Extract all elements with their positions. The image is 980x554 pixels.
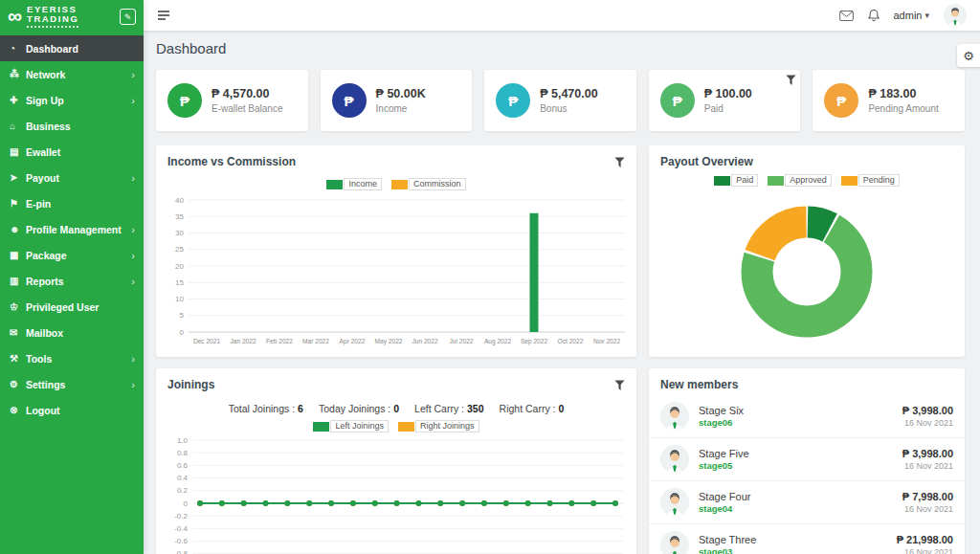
svg-text:Sep 2022: Sep 2022 bbox=[521, 338, 548, 345]
menu-icon[interactable] bbox=[157, 10, 170, 21]
sidebar-item-dashboard[interactable]: ◔Dashboard bbox=[0, 35, 144, 61]
member-username-link[interactable]: stage04 bbox=[699, 503, 750, 515]
privileged-user-icon: ♔ bbox=[10, 301, 26, 312]
legend-item-right-joinings[interactable]: Right Joinings bbox=[398, 420, 479, 432]
admin-menu[interactable]: admin ▾ bbox=[894, 10, 930, 21]
joinings-stat-right-carry: Right Carry :0 bbox=[500, 403, 565, 414]
chevron-right-icon: › bbox=[131, 95, 135, 106]
user-avatar[interactable] bbox=[944, 4, 967, 27]
reports-icon: ▥ bbox=[10, 276, 26, 286]
legend-item-pending[interactable]: Pending bbox=[841, 174, 900, 187]
sidebar-item-tools[interactable]: ⚒Tools› bbox=[0, 345, 144, 371]
stat-card-pending-amount: ₱₱ 183.00Pending Amount bbox=[813, 70, 965, 131]
svg-text:1.0: 1.0 bbox=[177, 436, 189, 445]
svg-text:0: 0 bbox=[184, 499, 189, 508]
member-info: Stage Sixstage06 bbox=[699, 404, 744, 429]
stat-text: ₱ 183.00Pending Amount bbox=[868, 86, 938, 115]
income-vs-commission-title: Income vs Commission bbox=[167, 155, 296, 168]
legend-item-left-joinings[interactable]: Left Joinings bbox=[313, 420, 389, 432]
member-amount: ₱ 21,998.00 bbox=[897, 533, 953, 546]
legend-swatch bbox=[326, 180, 343, 189]
stat-value: ₱ 5,470.00 bbox=[540, 86, 597, 102]
payout-legend: PaidApprovedPending bbox=[649, 174, 965, 187]
sidebar-item-profile-management[interactable]: ☻Profile Management› bbox=[0, 216, 144, 242]
svg-text:-0.4: -0.4 bbox=[174, 524, 188, 533]
svg-text:10: 10 bbox=[175, 295, 184, 303]
business-icon: ⌂ bbox=[10, 121, 26, 131]
svg-text:5: 5 bbox=[180, 311, 185, 320]
legend-swatch bbox=[313, 422, 329, 432]
member-date: 16 Nov 2021 bbox=[897, 546, 953, 554]
member-avatar bbox=[660, 402, 689, 431]
member-row-stage03: Stage Threestage03₱ 21,998.0016 Nov 2021 bbox=[649, 524, 965, 554]
legend-label: Right Joinings bbox=[415, 420, 479, 432]
edit-icon[interactable]: ✎ bbox=[120, 9, 136, 25]
joinings-card-header: Joinings bbox=[156, 368, 636, 395]
legend-item-commission[interactable]: Commission bbox=[391, 178, 466, 190]
logout-icon: ⊗ bbox=[10, 405, 26, 415]
stat-label: Pending Amount bbox=[868, 102, 938, 115]
sidebar-item-business[interactable]: ⌂Business bbox=[0, 113, 144, 139]
svg-text:35: 35 bbox=[175, 212, 184, 221]
sidebar-item-ewallet[interactable]: ▤Ewallet bbox=[0, 139, 144, 165]
new-members-list: Stage Sixstage06₱ 3,998.0016 Nov 2021Sta… bbox=[649, 395, 965, 554]
income-filter-icon[interactable] bbox=[614, 155, 625, 172]
svg-text:Mar 2022: Mar 2022 bbox=[302, 338, 329, 344]
ewallet-icon: ▤ bbox=[10, 146, 26, 157]
caret-down-icon: ▾ bbox=[924, 11, 929, 20]
member-info: Stage Fourstage04 bbox=[699, 490, 750, 515]
member-username-link[interactable]: stage06 bbox=[699, 417, 744, 429]
legend-swatch bbox=[398, 422, 414, 432]
member-row-stage04: Stage Fourstage04₱ 7,998.0016 Nov 2021 bbox=[649, 481, 965, 524]
member-avatar bbox=[660, 488, 689, 517]
sidebar-item-privileged-user[interactable]: ♔Privileged User bbox=[0, 294, 144, 320]
member-avatar bbox=[660, 445, 689, 474]
legend-item-paid[interactable]: Paid bbox=[714, 174, 758, 187]
tools-icon: ⚒ bbox=[10, 353, 26, 364]
legend-swatch bbox=[391, 180, 408, 189]
member-info: Stage Threestage03 bbox=[699, 533, 756, 554]
joinings-stat-left-carry: Left Carry :350 bbox=[414, 403, 483, 414]
bell-icon[interactable] bbox=[868, 9, 880, 22]
joinings-stat-today-joinings: Today Joinings :0 bbox=[319, 403, 399, 414]
sidebar-item-settings[interactable]: ⚙Settings› bbox=[0, 371, 144, 397]
stat-card-income: ₱₱ 50.00KIncome bbox=[321, 70, 473, 131]
stat-label: E-wallet Balance bbox=[212, 102, 282, 115]
sidebar-item-label: Profile Management bbox=[26, 224, 122, 235]
sidebar-item-network[interactable]: ⁂Network› bbox=[0, 61, 144, 87]
network-icon: ⁂ bbox=[10, 69, 26, 79]
bonus-icon: ₱ bbox=[496, 83, 530, 118]
stats-row: ₱₱ 4,570.00E-wallet Balance₱₱ 50.00KInco… bbox=[156, 70, 965, 131]
sidebar-item-mailbox[interactable]: ✉Mailbox bbox=[0, 320, 144, 345]
sidebar-item-sign-up[interactable]: ✚Sign Up› bbox=[0, 87, 144, 113]
legend-item-approved[interactable]: Approved bbox=[768, 174, 832, 187]
member-username-link[interactable]: stage03 bbox=[699, 546, 756, 554]
sidebar-item-payout[interactable]: ➤Payout› bbox=[0, 165, 144, 190]
envelope-icon[interactable] bbox=[839, 11, 854, 21]
joinings-legend: Left JoiningsRight Joinings bbox=[156, 420, 636, 432]
joinings-filter-icon[interactable] bbox=[614, 378, 625, 395]
settings-icon: ⚙ bbox=[10, 379, 26, 389]
sidebar-item-package[interactable]: ▦Package› bbox=[0, 242, 144, 268]
sidebar-item-reports[interactable]: ▥Reports› bbox=[0, 268, 144, 294]
sidebar-item-e-pin[interactable]: ⚑E-pin bbox=[0, 190, 144, 216]
stat-value: ₱ 50.00K bbox=[376, 86, 426, 102]
income-icon: ₱ bbox=[332, 83, 367, 118]
stat-card-paid: ₱₱ 100.00Paid bbox=[649, 70, 801, 131]
svg-text:Feb 2022: Feb 2022 bbox=[266, 338, 293, 344]
gear-icon[interactable]: ⚙ bbox=[957, 44, 980, 67]
payout-overview-card: Payout Overview PaidApprovedPending bbox=[649, 145, 965, 357]
sidebar: ∞ EYERISS TRADING ✎ ◔Dashboard⁂Network›✚… bbox=[0, 0, 144, 554]
chevron-right-icon: › bbox=[131, 353, 135, 365]
member-name: Stage Five bbox=[699, 447, 749, 460]
stats-filter-icon[interactable] bbox=[786, 73, 796, 90]
joinings-card: Joinings Total Joinings :6Today Joinings… bbox=[156, 368, 636, 554]
profile-icon: ☻ bbox=[10, 224, 26, 234]
svg-text:Oct 2022: Oct 2022 bbox=[558, 338, 584, 344]
package-icon: ▦ bbox=[10, 250, 26, 260]
income-card-header: Income vs Commission bbox=[156, 145, 636, 172]
svg-text:25: 25 bbox=[175, 245, 184, 254]
member-username-link[interactable]: stage05 bbox=[699, 460, 749, 472]
sidebar-item-logout[interactable]: ⊗Logout bbox=[0, 397, 144, 423]
legend-item-income[interactable]: Income bbox=[326, 178, 382, 190]
